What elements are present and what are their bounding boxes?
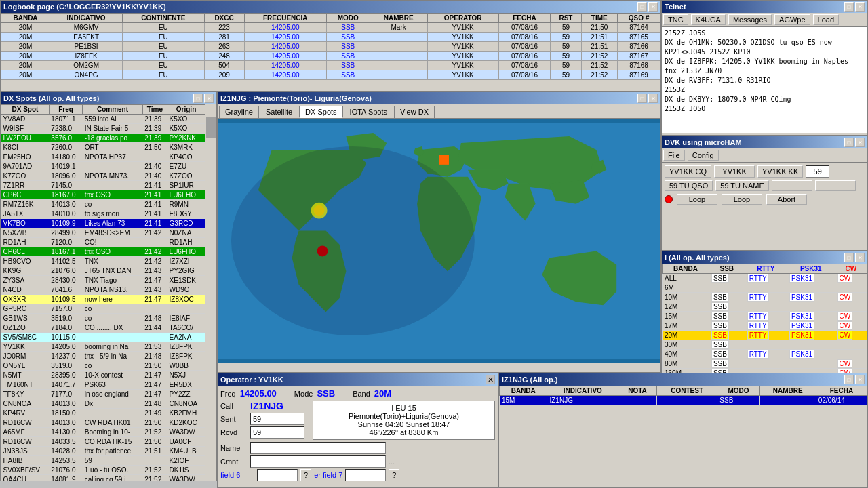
rcvd-input[interactable]	[250, 426, 304, 439]
list-item[interactable]: YV8AD18071.1559 into Al21:39K5XO	[1, 115, 205, 124]
sent-input[interactable]	[250, 413, 304, 425]
iz1njg-close-btn[interactable]: ✕	[855, 375, 865, 384]
list-item[interactable]: N5MT28395.010-X contest21:47N5XJ	[1, 371, 205, 380]
telnet-close-btn[interactable]: ✕	[855, 2, 865, 12]
dvk-abort-btn[interactable]: Abort	[766, 194, 807, 205]
list-item[interactable]: 40MSSBRTTYPSK31	[663, 350, 867, 359]
list-item[interactable]: TM160NT14071.7PSK6321:47ER5DX	[1, 380, 205, 390]
list-item[interactable]: 10MSSBRTTYPSK31CW	[663, 293, 867, 302]
dvk-macro-yv1kk-cq[interactable]: YV1KK CQ	[665, 165, 711, 178]
list-item[interactable]: VK7BO10109.9Likes Alan 7321:41G3RCD	[1, 219, 205, 228]
list-item[interactable]: YV1KK14205.0booming in Na21:53IZ8FPK	[1, 342, 205, 352]
dxspots-close-btn[interactable]: ✕	[204, 94, 214, 103]
list-item[interactable]: KK9G21076.0JT65 TNX DAN21:43PY2GIG	[1, 266, 205, 276]
list-item[interactable]: 15MIZ1NJGSSB02/06/14	[500, 396, 867, 405]
dvk-loop-btn2[interactable]: Loop	[722, 194, 762, 205]
dvk-file-btn[interactable]: File	[663, 150, 685, 161]
dvk-loop-btn[interactable]: Loop	[677, 194, 717, 205]
list-item[interactable]: K8CI7260.0ORT21:50K3MRK	[1, 143, 205, 152]
telnet-messages-btn[interactable]: Messages	[728, 14, 772, 25]
table-row[interactable]: 20MIZ8FFKEU24814205.00SSBYV1KK07/08/1659…	[1, 52, 660, 61]
list-item[interactable]: 15MSSBRTTYPSK31CW	[663, 312, 867, 321]
dvk-macro-empty2[interactable]	[815, 180, 856, 191]
field7-input[interactable]	[345, 469, 386, 481]
telnet-load-btn[interactable]: Load	[813, 14, 839, 25]
field7-help-btn[interactable]: ?	[389, 469, 399, 481]
list-item[interactable]: 30MSSB	[663, 340, 867, 350]
list-item[interactable]: N4CD7041.6NPOTA NS13.21:43WD9O	[1, 285, 205, 295]
list-item[interactable]: 80MSSBCW	[663, 359, 867, 369]
list-item[interactable]: HB9CVO14102.5TNX21:42IZ7XZI	[1, 257, 205, 266]
map-close-btn[interactable]: ✕	[648, 94, 658, 103]
list-item[interactable]: SV0XBF/SV21076.01 uo - tu OSO.21:52DK1IS	[1, 466, 205, 475]
dvk-close-btn[interactable]: ✕	[855, 138, 865, 147]
list-item[interactable]: HA8IB14253.559K2IOF	[1, 456, 205, 466]
telnet-agwpe-btn[interactable]: AGWpe	[774, 14, 810, 25]
list-item[interactable]: JO0RM14237.0tnx - 5/9 in Na21:48IZ8FPK	[1, 352, 205, 361]
list-item[interactable]: GB1WS3519.0co21:48IE8IAF	[1, 314, 205, 323]
list-item[interactable]: A65MF14130.0Booming in 10-21:52WA3DV/	[1, 428, 205, 437]
dxspots-scrollbar[interactable]	[205, 117, 216, 481]
list-item[interactable]: ON5YL3519.0co21:50W0BB	[1, 361, 205, 371]
list-item[interactable]: GP5RC7157.0co	[1, 304, 205, 314]
iz1njg-resize-btn[interactable]: □	[844, 375, 854, 384]
logbook-close-btn[interactable]: ✕	[648, 2, 658, 12]
list-item[interactable]: OX3XR10109.5now here21:47IZ8XOC	[1, 295, 205, 304]
list-item[interactable]: CP6CL18167.1tnx OSO21:42LU6FHO	[1, 247, 205, 257]
dvk-macro-yv1kk-kk[interactable]: YV1KK KK	[757, 165, 803, 178]
logbook-resize-btn[interactable]: □	[637, 2, 647, 12]
cmnt-input[interactable]	[250, 455, 386, 468]
list-item[interactable]: JN3BJS14028.0thx for patience21:51KM4ULB	[1, 447, 205, 456]
list-item[interactable]: RD1AH7120.0CO!RD1AH	[1, 238, 205, 247]
dxspots-resize-btn[interactable]: □	[193, 94, 203, 103]
list-item[interactable]: RM7Z16K14013.0co21:41R9MN	[1, 200, 205, 209]
list-item[interactable]: 20MSSBRTTYPSK31CW	[663, 331, 867, 340]
list-item[interactable]: ALLSSBRTTYPSK31CW	[663, 274, 867, 283]
dvk-config-btn[interactable]: Config	[688, 150, 719, 161]
list-item[interactable]: EM25HO14180.0NPOTA HP37KP4CO	[1, 152, 205, 162]
table-row[interactable]: 20MM6GMVEU22314205.00SSBMarkYV1KK07/08/1…	[1, 23, 660, 33]
list-item[interactable]: LW2EOU3576.0-18 gracias po21:39PY2KNK	[1, 134, 205, 143]
list-item[interactable]: 7Z1RR7145.021:41SP1IUR	[1, 181, 205, 190]
list-item[interactable]: TF8KY7177.0in oso england21:47PY2ZZ	[1, 390, 205, 399]
table-row[interactable]: 20MEA5FKTEU28114205.00SSBYV1KK07/08/1659…	[1, 33, 660, 42]
list-item[interactable]: 6M	[663, 283, 867, 293]
telnet-resize-btn[interactable]: □	[844, 2, 854, 12]
tab-dxspots[interactable]: DX Spots	[299, 106, 342, 118]
dvk-macro-empty1[interactable]	[772, 180, 812, 191]
list-item[interactable]: CP6C18167.0tnx OSO21:41LU6FHO	[1, 190, 205, 200]
dxspots-scrollbar-thumb[interactable]	[206, 117, 216, 138]
telnet-tnc-btn[interactable]: TNC	[663, 14, 688, 25]
band-resize-btn[interactable]: □	[844, 253, 854, 262]
tab-iota[interactable]: IOTA Spots	[344, 106, 393, 118]
list-item[interactable]: RD16CW14033.5CO RDA HK-1521:50UA0CF	[1, 437, 205, 447]
dvk-macro-yv1kk[interactable]: YV1KK	[714, 165, 755, 178]
list-item[interactable]: K7ZOO18096.0NPOTA MN73.21:40K7ZOO	[1, 171, 205, 181]
tab-grayline[interactable]: Grayline	[219, 106, 259, 118]
map-resize-btn[interactable]: □	[637, 94, 647, 103]
name-input[interactable]	[250, 442, 386, 454]
list-item[interactable]: RD16CW14013.0CW RDA HK0121:50KD2KOC	[1, 418, 205, 428]
list-item[interactable]: N5XZ/B28499.0EM48SD<>EM21:42N0ZNA	[1, 228, 205, 238]
list-item[interactable]: W9ISF7238.0IN State Fair 521:39K5XO	[1, 124, 205, 134]
tab-viewdx[interactable]: View DX	[394, 106, 435, 118]
field6-input[interactable]	[257, 469, 298, 481]
dvk-num-input[interactable]	[806, 165, 829, 178]
dvk-macro-59-tu-name[interactable]: 59 TU NAME	[715, 180, 769, 191]
list-item[interactable]: 17MSSBRTTYPSK31CW	[663, 321, 867, 331]
operator-close-btn[interactable]: ✕	[486, 375, 495, 384]
band-close-btn[interactable]: ✕	[855, 253, 865, 262]
tab-satellite[interactable]: Satellite	[260, 106, 298, 118]
table-row[interactable]: 20MOM2GMEU50414205.00SSBYV1KK07/08/16592…	[1, 61, 660, 70]
table-row[interactable]: 20MPE1BSIEU26314205.00SSBYV1KK07/08/1659…	[1, 42, 660, 52]
dvk-resize-btn[interactable]: □	[844, 138, 854, 147]
list-item[interactable]: 12MSSB	[663, 302, 867, 312]
list-item[interactable]: 9A701AD14019.121:40E7ZU	[1, 162, 205, 171]
dvk-macro-59-tu-qso[interactable]: 59 TU QSO	[665, 180, 713, 191]
telnet-k4uga-btn[interactable]: K4UGA	[691, 14, 726, 25]
list-item[interactable]: KP4RV18150.021:49KB2FMH	[1, 409, 205, 418]
field6-help-btn[interactable]: ?	[300, 469, 311, 481]
list-item[interactable]: OA4CU14081.9calling cq 59 i21:52WA3DV/	[1, 475, 205, 481]
list-item[interactable]: CN8NOA14013.0Dx21:48CN8NOA	[1, 399, 205, 409]
list-item[interactable]: ZY3SA28430.0TNX Tiago----21:47XE1SDK	[1, 276, 205, 285]
